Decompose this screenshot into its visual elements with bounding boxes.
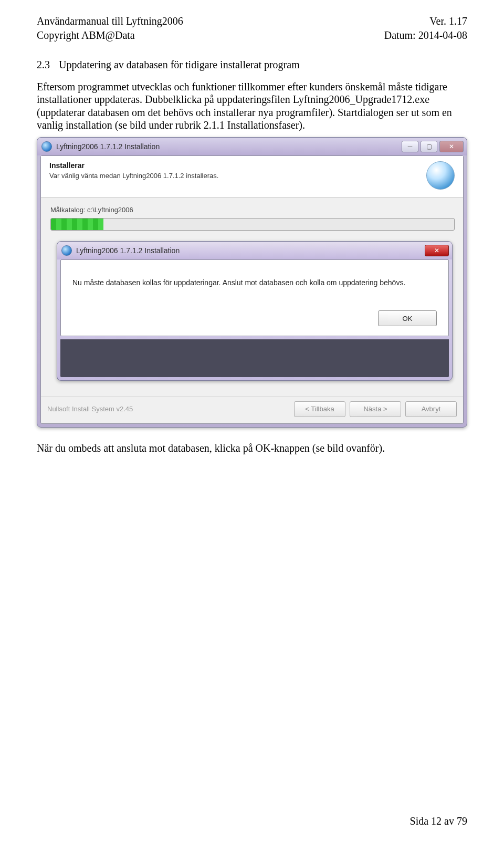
minimize-button[interactable]: ─ bbox=[402, 141, 418, 152]
close-button[interactable]: ✕ bbox=[439, 141, 464, 152]
section-number: 2.3 bbox=[37, 59, 59, 71]
installer-sub: Var vänlig vänta medan Lyftning2006 1.7.… bbox=[49, 172, 419, 180]
maximize-button[interactable]: ▢ bbox=[421, 141, 437, 152]
target-folder-label: Målkatalog: c:\Lyftning2006 bbox=[50, 206, 454, 214]
globe-icon bbox=[426, 161, 455, 190]
section-heading: 2.3 Uppdatering av databasen för tidigar… bbox=[37, 59, 467, 71]
header-right-1: Ver. 1.17 bbox=[429, 15, 467, 28]
modal-message: Nu måste databasen kollas för uppdaterin… bbox=[72, 278, 437, 288]
app-icon bbox=[41, 141, 52, 152]
installer-title: Lyftning2006 1.7.1.2 Installation bbox=[56, 142, 402, 151]
paragraph-intro: Eftersom programmet utvecklas och funkti… bbox=[37, 80, 467, 132]
update-modal: Lyftning2006 1.7.1.2 Installation ✕ Nu m… bbox=[57, 241, 453, 381]
installer-heading: Installerar bbox=[49, 161, 419, 170]
modal-close-button[interactable]: ✕ bbox=[425, 245, 449, 256]
paragraph-after: När du ombeds att ansluta mot databasen,… bbox=[37, 442, 467, 454]
header-right-2: Datum: 2014-04-08 bbox=[384, 29, 467, 42]
page-number: Sida 12 av 79 bbox=[410, 815, 467, 827]
installer-screenshot: Lyftning2006 1.7.1.2 Installation ─ ▢ ✕ … bbox=[37, 137, 467, 428]
cancel-button[interactable]: Avbryt bbox=[405, 401, 457, 417]
modal-shadow-area bbox=[60, 339, 449, 377]
modal-title: Lyftning2006 1.7.1.2 Installation bbox=[76, 246, 425, 255]
installer-titlebar: Lyftning2006 1.7.1.2 Installation ─ ▢ ✕ bbox=[37, 138, 467, 155]
back-button[interactable]: < Tillbaka bbox=[294, 401, 345, 417]
ok-button[interactable]: OK bbox=[378, 310, 437, 326]
header-left-2: Copyright ABM@Data bbox=[37, 29, 135, 42]
nsis-label: Nullsoft Install System v2.45 bbox=[47, 405, 289, 413]
progress-fill bbox=[51, 219, 103, 230]
section-title: Uppdatering av databasen för tidigare in… bbox=[59, 59, 300, 71]
header-left-1: Användarmanual till Lyftning2006 bbox=[37, 15, 183, 28]
progress-bar bbox=[50, 218, 455, 231]
app-icon bbox=[61, 245, 72, 256]
next-button[interactable]: Nästa > bbox=[350, 401, 401, 417]
